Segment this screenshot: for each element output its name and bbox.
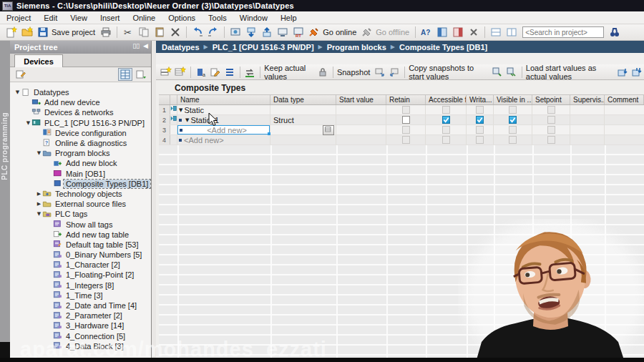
reset-values-icon[interactable] bbox=[243, 65, 256, 79]
download-device-icon[interactable] bbox=[244, 25, 258, 39]
plc-programming-strip[interactable]: PLC programming bbox=[0, 41, 11, 362]
tree-item-1-character-2[interactable]: 1_Character [2] bbox=[10, 260, 151, 270]
tree-item-device-configuration[interactable]: Device configuration bbox=[10, 128, 151, 138]
column-header-icon[interactable] bbox=[170, 95, 177, 104]
comment-cell[interactable] bbox=[605, 135, 644, 145]
keep-actual-values[interactable]: Keep actual values bbox=[264, 64, 313, 81]
go-offline-plug-icon[interactable] bbox=[360, 25, 374, 39]
go-offline-label[interactable]: Go offline bbox=[376, 28, 409, 36]
datatype-browse-button[interactable] bbox=[323, 125, 334, 135]
column-header-retain[interactable]: Retain bbox=[386, 95, 426, 104]
supervision-cell[interactable] bbox=[570, 105, 605, 114]
tree-item-main-ob1[interactable]: Main [OB1] bbox=[10, 169, 151, 179]
tree-item-1-time-3[interactable]: 1_Time [3] bbox=[10, 290, 151, 300]
tree-item-composite-types-db1[interactable]: Composite Types [DB1] bbox=[10, 179, 151, 189]
column-header-accessible[interactable]: Accessible f... bbox=[426, 95, 467, 104]
column-header-num[interactable] bbox=[159, 95, 170, 104]
name-cell[interactable]: ▼Static bbox=[177, 105, 270, 114]
breadcrumb-item[interactable]: Composite Types [DB1] bbox=[399, 43, 487, 52]
copy-snapshots-to-start-values[interactable]: Copy snapshots to start values bbox=[409, 64, 487, 81]
list-view-icon[interactable] bbox=[223, 65, 236, 79]
menu-options[interactable]: Options bbox=[162, 13, 202, 23]
tree-item-2-parameter-2[interactable]: 2_Parameter [2] bbox=[10, 310, 151, 321]
print-icon[interactable] bbox=[99, 25, 113, 39]
tree-item-1-integers-8[interactable]: 1_Integers [8] bbox=[10, 280, 151, 290]
go-online-label[interactable]: Go online bbox=[323, 28, 356, 36]
upload-device-icon[interactable] bbox=[260, 25, 274, 39]
startvalue-cell[interactable] bbox=[336, 125, 386, 134]
window-blue-icon[interactable] bbox=[435, 25, 449, 39]
tree-expander-icon[interactable]: ▶ bbox=[36, 191, 42, 197]
tree-item-add-new-device[interactable]: Add new device bbox=[10, 97, 151, 107]
menu-online[interactable]: Online bbox=[126, 13, 162, 23]
snapshot[interactable]: Snapshot bbox=[337, 68, 370, 77]
float-panel-icon[interactable]: ▯▯ bbox=[132, 42, 140, 49]
startvalue-cell[interactable] bbox=[336, 115, 386, 124]
menu-edit[interactable]: Edit bbox=[37, 13, 64, 23]
column-header-start[interactable]: Start value bbox=[336, 95, 386, 104]
tree-item-technology-objects[interactable]: ▶Technology objects bbox=[10, 189, 151, 199]
tag-edit-icon[interactable] bbox=[14, 67, 28, 82]
tree-item-plc-1-cpu-1516-3-pn-dp[interactable]: ▼PLC_1 [CPU 1516-3 PN/DP] bbox=[10, 118, 151, 128]
snapshot-apply-icon[interactable] bbox=[388, 65, 401, 79]
breadcrumb-item[interactable]: Datatypes bbox=[162, 43, 200, 52]
tree-item-add-new-block[interactable]: Add new block bbox=[10, 158, 151, 168]
tree-expander-icon[interactable]: ▼ bbox=[25, 120, 31, 126]
row-number[interactable]: 4 bbox=[159, 135, 170, 145]
tree-item-program-blocks[interactable]: ▼Program blocks bbox=[10, 148, 151, 158]
start-runtime-icon[interactable] bbox=[275, 25, 290, 39]
save-project-icon[interactable] bbox=[36, 25, 50, 39]
add-row-icon[interactable] bbox=[174, 65, 187, 79]
split-horizontal-icon[interactable] bbox=[489, 25, 503, 39]
tree-item-1-floating-point-2[interactable]: 1_Floating-Point [2] bbox=[10, 270, 151, 280]
load-values-icon[interactable] bbox=[616, 65, 629, 79]
menu-insert[interactable]: Insert bbox=[94, 13, 127, 23]
column-header-writable[interactable]: Writa... bbox=[467, 95, 494, 104]
tree-item-3-hardware-14[interactable]: 3_Hardware [14] bbox=[10, 321, 151, 331]
snapshot-copy-icon[interactable] bbox=[374, 65, 386, 79]
comment-cell[interactable] bbox=[605, 125, 644, 134]
undo-icon[interactable] bbox=[190, 25, 205, 39]
details-view-button[interactable] bbox=[118, 68, 132, 81]
supervision-cell[interactable] bbox=[570, 135, 605, 145]
row-number[interactable]: 2 bbox=[159, 115, 170, 124]
tree-expander-icon[interactable]: ▼ bbox=[36, 150, 42, 156]
cut-icon[interactable]: ✂ bbox=[121, 25, 135, 39]
tree-item-0-binary-numbers-5[interactable]: 0_Binary Numbers [5] bbox=[10, 250, 151, 260]
menu-tools[interactable]: Tools bbox=[202, 13, 233, 23]
datatype-cell[interactable] bbox=[270, 135, 336, 145]
datatype-cell[interactable] bbox=[270, 125, 336, 134]
supervision-cell[interactable] bbox=[570, 115, 605, 124]
column-header-supervision[interactable]: Supervis... bbox=[570, 95, 605, 104]
accessible-checkbox[interactable] bbox=[442, 116, 450, 124]
tree-item-datatypes[interactable]: ▼Datatypes bbox=[10, 87, 151, 97]
expand-view-button[interactable] bbox=[134, 68, 148, 81]
compile-icon[interactable] bbox=[228, 25, 243, 39]
edit-block-icon[interactable] bbox=[209, 65, 222, 79]
new-project-icon[interactable] bbox=[4, 25, 19, 39]
insert-row-icon[interactable] bbox=[160, 65, 172, 79]
tree-expander-icon[interactable]: ▼ bbox=[36, 211, 42, 217]
retain-checkbox[interactable] bbox=[402, 116, 410, 124]
split-vertical-icon[interactable] bbox=[504, 25, 519, 39]
column-header-name[interactable]: Name bbox=[177, 95, 270, 104]
cross-icon[interactable] bbox=[467, 25, 481, 39]
column-header-datatype[interactable]: Data type bbox=[270, 95, 336, 104]
tree-item-plc-tags[interactable]: ▼PLC tags bbox=[10, 209, 151, 219]
open-project-icon[interactable] bbox=[20, 25, 34, 39]
column-header-comment[interactable]: Comment bbox=[605, 95, 644, 104]
lock-icon[interactable] bbox=[316, 65, 329, 79]
copy-snapshot-icon[interactable] bbox=[491, 65, 504, 79]
comment-cell[interactable] bbox=[605, 105, 644, 114]
supervision-cell[interactable] bbox=[570, 125, 605, 134]
column-header-setpoint[interactable]: Setpoint bbox=[532, 95, 570, 104]
row-number[interactable]: 1 bbox=[159, 105, 170, 114]
writable-checkbox[interactable] bbox=[476, 116, 484, 124]
search-in-project-input[interactable] bbox=[522, 26, 604, 38]
startvalue-cell[interactable] bbox=[336, 105, 386, 114]
comment-cell[interactable] bbox=[605, 115, 644, 124]
datatype-cell[interactable]: Struct bbox=[270, 115, 336, 124]
column-header-visible[interactable]: Visible in ... bbox=[494, 95, 532, 104]
tree-item-add-new-tag-table[interactable]: Add new tag table bbox=[10, 230, 151, 240]
tree-item-online-diagnostics[interactable]: ?Online & diagnostics bbox=[10, 138, 151, 148]
